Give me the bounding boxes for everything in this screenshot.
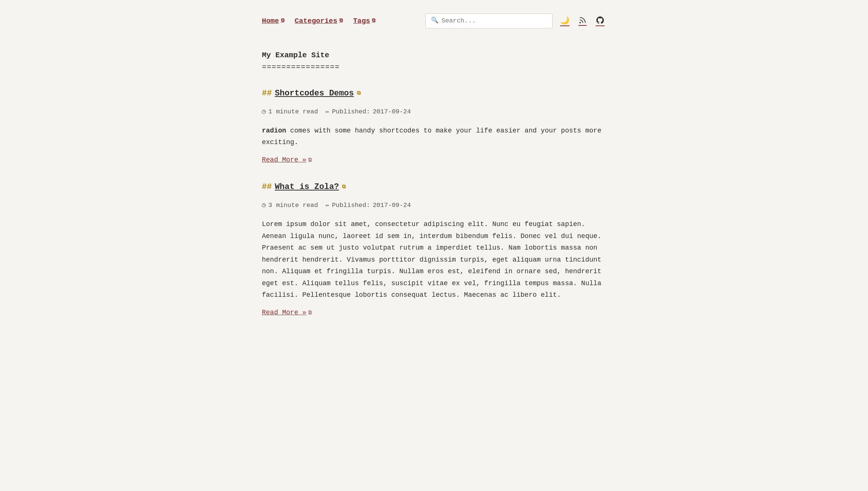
post-excerpt: radion comes with some handy shortcodes …	[262, 125, 606, 149]
post-heading: ## Shortcodes Demos ⧉	[262, 87, 606, 100]
post-title-link[interactable]: What is Zola?	[275, 180, 339, 193]
post-external-link-icon: ⧉	[357, 89, 361, 97]
search-input[interactable]	[441, 17, 547, 24]
post-heading: ## What is Zola? ⧉	[262, 180, 606, 193]
excerpt-bold: radion	[262, 127, 286, 134]
read-more-link[interactable]: Read More » ⧉	[262, 307, 312, 318]
external-link-icon: ⧉	[339, 17, 343, 25]
site-title-block: My Example Site ================	[262, 49, 606, 73]
nav-tags-label: Tags	[353, 15, 370, 27]
post-title-link[interactable]: Shortcodes Demos	[275, 87, 354, 100]
nav-link-tags[interactable]: Tags ⧉	[353, 15, 376, 27]
pencil-icon: ✏	[326, 107, 329, 117]
post-title: What is Zola?	[275, 182, 339, 192]
post-title: Shortcodes Demos	[275, 89, 354, 98]
read-more-external-icon: ⧉	[308, 309, 312, 317]
published-label: Published:	[332, 107, 370, 117]
post-meta: ◷ 3 minute read ✏ Published: 2017-09-24	[262, 200, 606, 210]
nav-links: Home ⧉ Categories ⧉ Tags ⧉	[262, 15, 375, 27]
nav-home-label: Home	[262, 15, 279, 27]
post-item: ## Shortcodes Demos ⧉ ◷ 1 minute read ✏ …	[262, 87, 606, 165]
github-button[interactable]	[594, 14, 606, 28]
post-meta: ◷ 1 minute read ✏ Published: 2017-09-24	[262, 107, 606, 117]
published-date: 2017-09-24	[373, 200, 411, 210]
pencil-icon: ✏	[326, 200, 329, 210]
search-icon: 🔍	[431, 16, 438, 26]
read-more-link[interactable]: Read More » ⧉	[262, 155, 312, 165]
clock-icon: ◷	[262, 107, 266, 117]
publish-date-meta: ✏ Published: 2017-09-24	[326, 200, 411, 210]
excerpt-rest: comes with some handy shortcodes to make…	[262, 127, 601, 146]
site-title-underline: ================	[262, 61, 606, 73]
dark-mode-button[interactable]: 🌙	[559, 14, 571, 28]
nav-right: 🔍 🌙	[425, 13, 606, 28]
heading-hash: ##	[262, 180, 272, 193]
read-more-label: Read More »	[262, 307, 306, 318]
read-time-label: 1 minute read	[268, 107, 318, 117]
read-time-meta: ◷ 1 minute read	[262, 107, 318, 117]
read-more-external-icon: ⧉	[308, 156, 312, 164]
post-external-link-icon: ⧉	[342, 183, 346, 191]
published-label: Published:	[332, 200, 370, 210]
navigation: Home ⧉ Categories ⧉ Tags ⧉ 🔍 🌙	[262, 7, 606, 37]
read-time-meta: ◷ 3 minute read	[262, 200, 318, 210]
clock-icon: ◷	[262, 200, 266, 210]
nav-link-categories[interactable]: Categories ⧉	[295, 15, 343, 27]
read-more-label: Read More »	[262, 155, 306, 165]
site-title: My Example Site	[262, 49, 606, 61]
svg-point-0	[580, 22, 581, 23]
nav-categories-label: Categories	[295, 15, 337, 27]
published-date: 2017-09-24	[373, 107, 411, 117]
publish-date-meta: ✏ Published: 2017-09-24	[326, 107, 411, 117]
search-box[interactable]: 🔍	[425, 13, 553, 28]
external-link-icon: ⧉	[372, 17, 375, 25]
external-link-icon: ⧉	[281, 17, 284, 25]
post-excerpt: Lorem ipsum dolor sit amet, consectetur …	[262, 219, 606, 301]
rss-button[interactable]	[577, 15, 588, 27]
post-item: ## What is Zola? ⧉ ◷ 3 minute read ✏ Pub…	[262, 180, 606, 318]
nav-link-home[interactable]: Home ⧉	[262, 15, 284, 27]
heading-hash: ##	[262, 87, 272, 100]
read-time-label: 3 minute read	[268, 200, 318, 210]
